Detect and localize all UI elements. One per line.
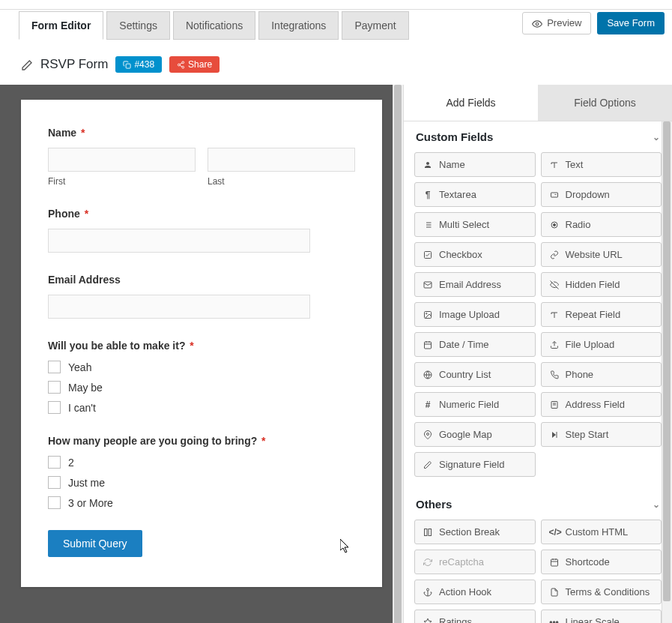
svg-point-0 — [536, 22, 539, 25]
text-icon — [549, 160, 560, 170]
tab-settings[interactable]: Settings — [106, 11, 170, 40]
q1-option-1[interactable]: May be — [48, 381, 355, 394]
pin-icon — [423, 430, 433, 440]
section-others[interactable]: Others ⌄ — [404, 489, 672, 520]
svg-marker-39 — [424, 619, 432, 623]
field-type-numeric-field[interactable]: #Numeric Field — [414, 392, 536, 417]
link-icon — [549, 250, 560, 260]
first-name-input[interactable] — [48, 148, 196, 172]
field-type-ratings[interactable]: Ratings — [414, 610, 536, 623]
field-type-repeat-field[interactable]: Repeat Field — [541, 302, 662, 327]
field-type-multi-select[interactable]: Multi Select — [414, 212, 536, 237]
star-icon — [423, 617, 433, 624]
chevron-down-icon: ⌄ — [653, 499, 660, 510]
preview-button[interactable]: Preview — [522, 12, 591, 34]
cal-icon — [423, 340, 433, 350]
caret-icon — [549, 190, 560, 200]
tab-form-editor[interactable]: Form Editor — [19, 11, 103, 40]
form-title: RSVP Form — [40, 57, 108, 72]
checkbox-icon — [48, 476, 61, 489]
email-input[interactable] — [48, 295, 310, 319]
field-type-email-address[interactable]: Email Address — [414, 272, 536, 297]
addr-icon — [549, 400, 560, 410]
dot-icon — [549, 220, 560, 230]
tab-payment[interactable]: Payment — [342, 11, 408, 40]
field-type-google-map[interactable]: Google Map — [414, 422, 536, 447]
para-icon: ¶ — [423, 190, 433, 200]
form-id-badge[interactable]: #438 — [115, 56, 162, 73]
svg-point-4 — [182, 67, 184, 69]
save-form-button[interactable]: Save Form — [597, 12, 665, 34]
main-tabs: Form Editor Settings Notifications Integ… — [19, 11, 412, 40]
field-type-textarea[interactable]: ¶Textarea — [414, 182, 536, 207]
section-custom-fields[interactable]: Custom Fields ⌄ — [404, 121, 672, 152]
side-scrollbar[interactable] — [662, 121, 672, 623]
q2-label: How many people are you going to bring? … — [48, 435, 355, 447]
dots-icon: ••• — [549, 617, 560, 624]
field-type-website-url[interactable]: Website URL — [541, 242, 662, 267]
check-icon — [423, 250, 433, 260]
svg-rect-31 — [425, 529, 428, 536]
field-type-terms-conditions[interactable]: Terms & Conditions — [541, 580, 662, 604]
share-button[interactable]: Share — [169, 56, 220, 73]
field-type-file-upload[interactable]: File Upload — [541, 332, 662, 357]
svg-rect-20 — [425, 342, 432, 349]
name-label: Name * — [48, 127, 355, 139]
field-type-country-list[interactable]: Country List — [414, 362, 536, 387]
hash-icon: # — [423, 400, 433, 410]
last-name-input[interactable] — [208, 148, 355, 172]
svg-point-2 — [182, 61, 184, 64]
field-type-dropdown[interactable]: Dropdown — [541, 182, 662, 207]
svg-rect-7 — [551, 193, 557, 197]
q1-option-0[interactable]: Yeah — [48, 361, 355, 373]
field-type-image-upload[interactable]: Image Upload — [414, 302, 536, 327]
canvas-scrollbar[interactable] — [393, 85, 403, 623]
repeat-icon — [549, 310, 560, 320]
field-type-hidden-field[interactable]: Hidden Field — [541, 272, 662, 297]
chevron-down-icon: ⌄ — [653, 132, 660, 142]
image-icon — [423, 310, 433, 320]
field-type-custom-html[interactable]: </>Custom HTML — [541, 520, 662, 544]
field-type-shortcode[interactable]: Shortcode — [541, 550, 662, 574]
field-type-linear-scale[interactable]: •••Linear Scale — [541, 610, 662, 623]
checkbox-icon — [48, 401, 61, 414]
field-type-section-break[interactable]: Section Break — [414, 520, 536, 544]
eyeoff-icon — [549, 280, 560, 290]
field-type-recaptcha: reCaptcha — [414, 550, 536, 574]
email-label: Email Address — [48, 274, 355, 286]
tab-integrations[interactable]: Integrations — [258, 11, 339, 40]
svg-rect-1 — [127, 64, 131, 68]
side-tab-field-options[interactable]: Field Options — [538, 85, 672, 121]
columns-icon — [423, 527, 433, 538]
upload-icon — [549, 340, 560, 350]
q2-option-0[interactable]: 2 — [48, 456, 355, 469]
field-type-action-hook[interactable]: Action Hook — [414, 580, 536, 604]
q2-option-2[interactable]: 3 or More — [48, 496, 355, 509]
side-tab-add-fields[interactable]: Add Fields — [404, 85, 538, 121]
field-type-text[interactable]: Text — [541, 152, 662, 177]
submit-button[interactable]: Submit Query — [48, 530, 142, 557]
list-icon — [423, 220, 433, 230]
q2-option-1[interactable]: Just me — [48, 476, 355, 489]
field-type-signature-field[interactable]: Signature Field — [414, 452, 536, 477]
field-type-radio[interactable]: Radio — [541, 212, 662, 237]
q1-option-2[interactable]: I can't — [48, 401, 355, 414]
field-type-step-start[interactable]: Step Start — [541, 422, 662, 447]
step-icon — [549, 430, 560, 440]
field-type-address-field[interactable]: Address Field — [541, 392, 662, 417]
field-type-date-time[interactable]: Date / Time — [414, 332, 536, 357]
q1-label: Will you be able to make it? * — [48, 340, 355, 352]
field-type-name[interactable]: Name — [414, 152, 536, 177]
tab-notifications[interactable]: Notifications — [173, 11, 255, 40]
field-type-phone[interactable]: Phone — [541, 362, 662, 387]
cal-icon — [549, 557, 560, 568]
copy-icon — [123, 59, 131, 70]
form-canvas[interactable]: Name * First Last Phone * — [21, 100, 382, 587]
field-type-checkbox[interactable]: Checkbox — [414, 242, 536, 267]
phone-input[interactable] — [48, 229, 310, 253]
user-icon — [423, 160, 433, 170]
svg-rect-30 — [556, 432, 557, 438]
svg-line-6 — [180, 63, 182, 64]
pencil-icon — [21, 58, 33, 71]
svg-point-37 — [427, 589, 429, 591]
